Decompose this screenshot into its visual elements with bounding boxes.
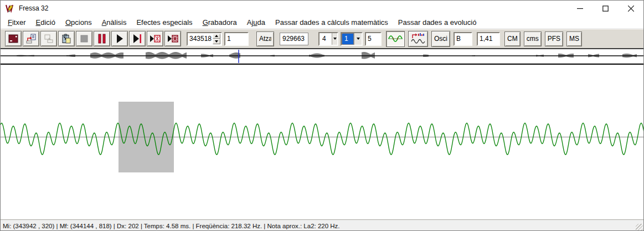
counter-display: 929663: [280, 33, 308, 45]
note-field-value: B: [456, 35, 461, 43]
sine-view-button[interactable]: [386, 31, 405, 47]
cm-button-label: CM: [507, 35, 518, 43]
spectrum-button[interactable]: [408, 31, 428, 47]
osci-button[interactable]: Osci: [431, 31, 450, 47]
menu-item-grabadora[interactable]: Grabadora: [198, 17, 242, 28]
title-bar: Fressa 32: [1, 1, 643, 16]
counter-value: 929663: [282, 35, 305, 43]
track-dropdown[interactable]: 1: [341, 32, 363, 46]
sine-wave-icon: [388, 33, 403, 44]
resize-grip-icon[interactable]: [636, 224, 643, 231]
play-selection-icon: [150, 34, 161, 44]
maximize-button[interactable]: [593, 1, 618, 16]
spinner-down-button[interactable]: [213, 39, 220, 44]
play-to-cursor-icon: [132, 34, 142, 44]
menu-item-opcions[interactable]: Opcions: [60, 17, 97, 28]
pfs-button-label: PFS: [548, 35, 560, 43]
play-selection-alt-icon: [167, 34, 178, 44]
note-field[interactable]: B: [454, 32, 472, 46]
waveform-main-area[interactable]: [1, 66, 643, 219]
copy-button-disabled[interactable]: [40, 31, 57, 46]
play-selection-alt-button[interactable]: [164, 31, 181, 46]
track-dropdown-arrow[interactable]: [354, 33, 362, 45]
menu-item-efectes-especials[interactable]: Efectes especials: [131, 17, 197, 28]
maximize-icon: [602, 6, 609, 12]
app-window: Fressa 32 FitxerEdicióOpcionsAnàlisisEfe…: [0, 0, 644, 231]
pfs-button[interactable]: PFS: [545, 32, 563, 46]
status-bar: Mi: (343942 , 320) | Mf: (344144 , 818) …: [1, 219, 643, 231]
menu-item-fitxer[interactable]: Fitxer: [3, 17, 31, 28]
close-icon: [628, 6, 634, 12]
open-file-icon: [8, 34, 19, 44]
stop-button-disabled[interactable]: [76, 31, 92, 46]
paste-clipboard-button[interactable]: [58, 31, 75, 46]
spinner-up-button[interactable]: [213, 34, 220, 39]
play-selection-button[interactable]: [147, 31, 163, 46]
step-field-value: 1: [227, 35, 231, 43]
app-icon: [5, 3, 15, 13]
ms-button-label: MS: [569, 35, 579, 43]
minimize-button[interactable]: [567, 1, 593, 16]
amplitude-field-value: 5: [368, 35, 372, 43]
cm-button[interactable]: CM: [504, 32, 521, 46]
ratio-field-value: 1,41: [480, 35, 492, 43]
position-spinner[interactable]: 343518: [187, 32, 222, 46]
chevron-down-icon: [357, 38, 360, 40]
step-field[interactable]: 1: [224, 32, 249, 46]
export-document-icon: [25, 34, 37, 44]
stop-icon: [80, 35, 88, 43]
ratio-field[interactable]: 1,41: [477, 32, 500, 46]
paste-clipboard-icon: [61, 34, 72, 44]
atzar-button[interactable]: Atzar: [256, 32, 274, 46]
play-button[interactable]: [111, 31, 128, 46]
waveform-overview[interactable]: [1, 49, 643, 65]
ms-button[interactable]: MS: [566, 32, 582, 46]
close-button[interactable]: [618, 1, 643, 16]
play-icon: [115, 34, 124, 44]
main-waveform: [1, 66, 644, 219]
export-document-button[interactable]: [23, 31, 39, 46]
osci-button-label: Osci: [434, 35, 447, 43]
play-to-cursor-button[interactable]: [129, 31, 146, 46]
cms-button-label: cms: [527, 35, 539, 43]
menu-item-ajuda[interactable]: Ajuda: [242, 17, 270, 28]
window-title: Fressa 32: [19, 4, 48, 12]
minimize-icon: [577, 6, 583, 12]
spectrum-icon: [410, 33, 426, 45]
channel-dropdown[interactable]: 4: [318, 32, 338, 46]
atzar-button-label: Atzar: [259, 35, 271, 43]
position-spinner-value: 343518: [189, 35, 212, 43]
channel-dropdown-value: 4: [320, 33, 332, 45]
copy-icon: [43, 34, 54, 44]
open-file-button[interactable]: [5, 31, 22, 46]
menu-item-an-lisis[interactable]: Anàlisis: [97, 17, 132, 28]
amplitude-field[interactable]: 5: [365, 32, 382, 46]
pause-button[interactable]: [94, 31, 110, 46]
chevron-down-icon: [333, 38, 337, 40]
pause-icon: [97, 34, 106, 44]
toolbar: 343518 1 Atzar 929663 4 1: [1, 29, 643, 49]
channel-dropdown-arrow[interactable]: [332, 33, 337, 45]
menu-item-passar-dades-a-c-lculs-matem-tics[interactable]: Passar dades a càlculs matemàtics: [270, 17, 393, 28]
menu-item-edici-[interactable]: Edició: [31, 17, 60, 28]
menu-bar: FitxerEdicióOpcionsAnàlisisEfectes espec…: [1, 16, 643, 29]
status-text: Mi: (343942 , 320) | Mf: (344144 , 818) …: [3, 223, 340, 229]
menu-item-passar-dades-a-evoluci-[interactable]: Passar dades a evolució: [393, 17, 482, 28]
overview-waveform: [1, 49, 644, 64]
cms-button[interactable]: cms: [524, 32, 542, 46]
track-dropdown-value: 1: [342, 33, 354, 45]
